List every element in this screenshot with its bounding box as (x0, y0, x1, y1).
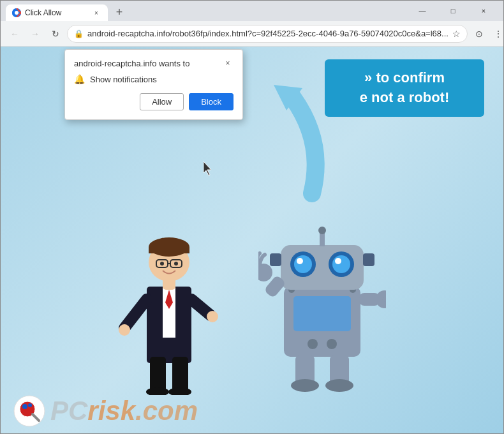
page-content: » to confirm e not a robot! (1, 47, 503, 433)
svg-point-28 (327, 339, 337, 349)
svg-rect-38 (270, 253, 281, 266)
popup-close-button[interactable]: × (222, 57, 233, 69)
banner-text: » to confirm e not a robot! (325, 59, 484, 117)
svg-rect-24 (293, 296, 351, 331)
refresh-button[interactable]: ↻ (47, 25, 64, 43)
new-tab-button[interactable]: + (110, 3, 128, 21)
svg-rect-10 (150, 357, 166, 392)
svg-point-21 (160, 262, 164, 266)
browser-window: Click Allow × + — □ × ← → ↻ 🔒 android-re… (0, 0, 504, 434)
pcrisk-text: PCrisk.com (50, 396, 198, 426)
pcrisk-watermark: PCrisk.com (13, 395, 198, 427)
block-button[interactable]: Block (189, 93, 233, 110)
svg-point-37 (318, 227, 326, 234)
banner-line2: e not a robot! (360, 89, 450, 105)
person-figure (118, 216, 220, 395)
svg-point-1 (15, 11, 19, 15)
allow-button[interactable]: Allow (140, 93, 184, 110)
robot-figure (258, 216, 386, 395)
svg-point-43 (325, 379, 353, 392)
pcrisk-logo-icon (13, 395, 45, 427)
back-button[interactable]: ← (6, 25, 24, 43)
minimize-button[interactable]: — (408, 1, 437, 21)
title-bar: Click Allow × + — □ × (1, 1, 503, 21)
forward-button[interactable]: → (26, 25, 44, 43)
toolbar-icons: ⊙ ⋮ (470, 25, 504, 43)
svg-point-33 (332, 255, 350, 273)
svg-rect-36 (320, 232, 325, 246)
address-bar: ← → ↻ 🔒 android-recaptcha.info/robot36fp… (1, 21, 503, 47)
banner-line1: » to confirm (364, 70, 445, 86)
tab-title: Click Allow (25, 8, 87, 17)
characters-area (1, 216, 503, 395)
active-tab[interactable]: Click Allow × (6, 4, 108, 21)
svg-point-45 (258, 264, 272, 281)
pcrisk-pc: PC (50, 396, 87, 426)
pcrisk-dotcom: .com (135, 396, 198, 426)
bell-icon: 🔔 (74, 74, 85, 84)
svg-point-50 (22, 404, 27, 409)
svg-point-22 (174, 262, 178, 266)
svg-point-32 (294, 255, 312, 273)
account-icon[interactable]: ⊙ (470, 25, 488, 43)
window-controls: — □ × (408, 1, 498, 21)
tab-close-button[interactable]: × (91, 8, 101, 18)
url-text: android-recaptcha.info/robot36fp/index.h… (87, 29, 448, 38)
svg-point-9 (207, 311, 218, 322)
close-button[interactable]: × (469, 1, 498, 21)
popup-header: android-recaptcha.info wants to × (74, 57, 233, 69)
popup-buttons: Allow Block (74, 93, 233, 110)
popup-title: android-recaptcha.info wants to (74, 59, 189, 68)
star-icon[interactable]: ☆ (452, 29, 461, 39)
notification-label: Show notifications (90, 75, 157, 84)
svg-point-8 (119, 324, 130, 336)
maximize-button[interactable]: □ (438, 1, 468, 21)
lock-icon: 🔒 (74, 29, 84, 38)
svg-point-51 (28, 403, 32, 407)
svg-point-27 (308, 339, 318, 349)
notification-popup: android-recaptcha.info wants to × 🔔 Show… (64, 49, 243, 120)
svg-point-34 (297, 258, 303, 264)
tab-favicon (12, 8, 21, 17)
notification-row: 🔔 Show notifications (74, 74, 233, 84)
tab-bar: Click Allow × + (6, 1, 405, 21)
svg-rect-11 (172, 357, 188, 392)
svg-rect-17 (149, 247, 189, 253)
svg-point-35 (335, 258, 341, 264)
svg-rect-39 (363, 253, 374, 266)
pcrisk-risk: risk (87, 396, 135, 426)
svg-line-6 (124, 299, 147, 328)
svg-line-7 (191, 299, 211, 315)
url-bar[interactable]: 🔒 android-recaptcha.info/robot36fp/index… (67, 25, 468, 43)
svg-point-42 (291, 379, 319, 392)
menu-icon[interactable]: ⋮ (489, 25, 504, 43)
big-arrow (255, 79, 331, 209)
